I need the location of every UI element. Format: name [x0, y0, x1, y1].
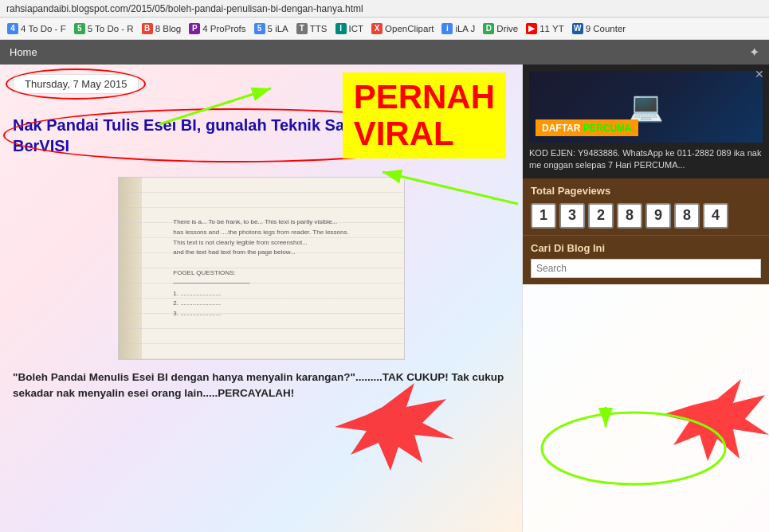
bookmark-icon-7: X — [371, 23, 383, 34]
blog-nav: Home ✦ — [0, 40, 769, 65]
gear-icon[interactable]: ✦ — [749, 45, 759, 60]
bookmark-item-1[interactable]: 55 To Do - R — [72, 22, 136, 35]
sidebar-ad: 💻 DAFTAR PERCUMA ✕ KOD EJEN: Y9483886. W… — [523, 65, 769, 178]
blog-content-col: Thursday, 7 May 2015 Nak Pandai Tulis Es… — [0, 65, 522, 532]
bookmark-icon-8: i — [441, 23, 453, 34]
bookmark-icon-0: 4 — [7, 23, 18, 34]
bookmark-item-6[interactable]: IICT — [333, 22, 367, 35]
bookmark-item-8[interactable]: iiLA J — [439, 22, 477, 35]
bookmark-icon-5: T — [296, 23, 308, 34]
search-title: Cari Di Blog Ini — [531, 242, 761, 254]
bookmark-label-5: TTS — [310, 24, 328, 33]
post-image: There is a... To be frank, to be... This… — [118, 177, 405, 360]
blog-sidebar: 💻 DAFTAR PERCUMA ✕ KOD EJEN: Y9483886. W… — [522, 65, 769, 532]
pageviews-title: Total Pageviews — [531, 185, 761, 197]
search-input-box — [531, 259, 761, 278]
sidebar-ad-image: 💻 DAFTAR PERCUMA — [529, 71, 763, 143]
url-text: rahsiapandaibi.blogspot.com/2015/05/bole… — [6, 3, 363, 14]
bookmark-item-2[interactable]: B8 Blog — [139, 22, 184, 35]
bookmark-item-10[interactable]: ▶11 YT — [524, 22, 566, 35]
bookmark-label-4: 5 iLA — [268, 24, 288, 33]
bookmark-icon-9: D — [483, 23, 494, 34]
bookmark-item-9[interactable]: DDrive — [481, 22, 520, 35]
notebook-text: There is a... To be frank, to be... This… — [157, 209, 364, 327]
bookmark-label-7: OpenClipart — [385, 24, 434, 33]
bookmark-icon-3: P — [189, 23, 200, 34]
counter-digit-5: 8 — [674, 203, 700, 229]
bookmark-label-9: Drive — [496, 24, 518, 33]
counter-digit-2: 2 — [588, 203, 614, 229]
counter-digit-6: 4 — [703, 203, 728, 229]
search-input[interactable] — [531, 259, 761, 278]
bookmark-icon-4: 5 — [254, 23, 265, 34]
bookmark-label-6: ICT — [349, 24, 364, 33]
sidebar-pageviews-section: Total Pageviews 1328984 — [523, 178, 769, 235]
post-title: Nak Pandai Tulis Esei BI, gunalah Teknik… — [13, 115, 459, 156]
bookmark-label-3: 4 ProProfs — [202, 24, 245, 33]
sidebar-search-section: Cari Di Blog Ini — [523, 235, 769, 284]
bookmark-label-8: iLA J — [455, 24, 475, 33]
bookmark-label-2: 8 Blog — [155, 24, 182, 33]
address-bar: rahsiapandaibi.blogspot.com/2015/05/bole… — [0, 0, 769, 18]
bookmark-label-10: 11 YT — [539, 24, 563, 33]
bookmark-item-0[interactable]: 44 To Do - F — [5, 22, 69, 35]
daftar-label[interactable]: DAFTAR — [542, 123, 580, 134]
bookmarks-bar: 44 To Do - F55 To Do - RB8 BlogP4 ProPro… — [0, 18, 769, 40]
post-date: Thursday, 7 May 2015 — [13, 74, 139, 94]
bookmark-icon-2: B — [142, 23, 153, 34]
bookmark-item-4[interactable]: 55 iLA — [252, 22, 291, 35]
sidebar-ad-text: KOD EJEN: Y9483886. WhatsApp ke 011-2882… — [529, 147, 763, 172]
ad-close-button[interactable]: ✕ — [755, 68, 764, 80]
counter-digit-1: 3 — [559, 203, 585, 229]
bookmark-icon-1: 5 — [74, 23, 85, 34]
notebook-mock: There is a... To be frank, to be... This… — [119, 178, 404, 359]
counter-digit-0: 1 — [531, 203, 556, 229]
laptop-icon: 💻 — [628, 90, 664, 123]
percuma-label: PERCUMA — [583, 123, 632, 134]
bookmark-label-0: 4 To Do - F — [21, 24, 66, 33]
bookmark-label-1: 5 To Do - R — [88, 24, 134, 33]
bookmark-icon-6: I — [335, 23, 347, 34]
bookmark-icon-11: W — [572, 23, 583, 34]
counter-display: 1328984 — [531, 203, 761, 229]
nav-home[interactable]: Home — [10, 46, 37, 58]
bookmark-label-11: 9 Counter — [586, 24, 626, 33]
counter-digit-3: 8 — [617, 203, 642, 229]
browser-content: Home ✦ PERNAH VIRAL Thursday, 7 May 2015… — [0, 40, 769, 532]
blog-main: PERNAH VIRAL Thursday, 7 May 2015 Nak Pa… — [0, 65, 769, 532]
bookmark-item-7[interactable]: XOpenClipart — [369, 22, 436, 35]
counter-digit-4: 9 — [645, 203, 671, 229]
bookmark-item-5[interactable]: TTTS — [294, 22, 330, 35]
bookmark-item-11[interactable]: W9 Counter — [570, 22, 629, 35]
bookmark-icon-10: ▶ — [526, 23, 537, 34]
post-body: "Boleh Pandai Menulis Esei BI dengan han… — [13, 370, 509, 402]
bookmark-item-3[interactable]: P4 ProProfs — [186, 22, 248, 35]
